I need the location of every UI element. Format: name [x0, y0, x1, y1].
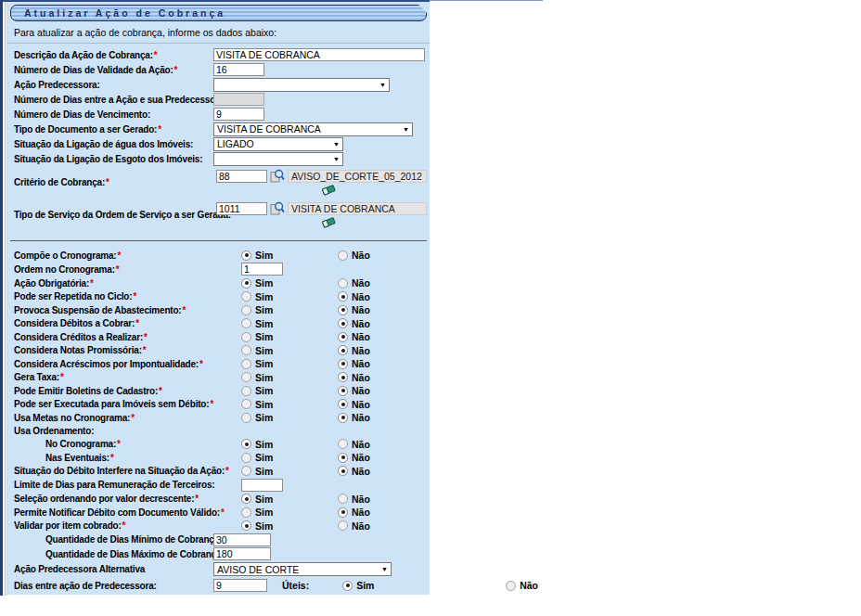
acao-predecessora-select[interactable]: ▼: [213, 78, 390, 92]
field-row-situacao-debito-interfere: Situação do Débito Interfere na Situação…: [7, 465, 430, 479]
situacao-debito-interfere-radio-no[interactable]: Não: [338, 466, 370, 477]
provoca-suspensao-label: Provoca Suspensão de Abastecimento:*: [14, 305, 213, 315]
radio-selected-icon[interactable]: [338, 359, 348, 369]
pode-repetida-ciclo-radio-yes[interactable]: Sim: [241, 291, 338, 302]
radio-unselected-icon[interactable]: [241, 453, 251, 463]
selecao-valor-decrescente-radio-yes[interactable]: Sim: [241, 494, 338, 505]
criterio-cobranca-code-input[interactable]: [216, 170, 267, 183]
validar-item-cobrado-radio-no[interactable]: Não: [338, 520, 370, 532]
provoca-suspensao-radio-yes[interactable]: Sim: [241, 304, 338, 315]
ordenamento-nas-eventuais-radio-yes[interactable]: Sim: [241, 452, 338, 463]
acao-predecessora-alternativa-select[interactable]: AVISO DE CORTE▼: [213, 562, 392, 576]
dias-validade-input[interactable]: [213, 63, 264, 76]
pode-executada-sem-debito-radio-yes[interactable]: Sim: [241, 399, 338, 410]
dias-entre-acao-predecessora-uteis-radio-yes[interactable]: Sim: [342, 580, 439, 591]
dias-entre-acao-predecessora-uteis-radio-no[interactable]: Não: [506, 580, 538, 591]
acao-obrigatoria-radio-yes[interactable]: Sim: [241, 277, 338, 289]
qtd-dias-maximo-input[interactable]: [213, 547, 271, 560]
considera-notas-radio-no[interactable]: Não: [338, 345, 370, 356]
dias-entre-predecessora-input: [213, 93, 264, 106]
radio-unselected-icon[interactable]: [338, 494, 348, 504]
radio-unselected-icon[interactable]: [241, 507, 251, 518]
radio-unselected-icon[interactable]: [241, 291, 251, 302]
radio-unselected-icon[interactable]: [338, 250, 348, 261]
considera-creditos-radio-no[interactable]: Não: [338, 331, 370, 342]
tipo-documento-select[interactable]: VISITA DE COBRANCA▼: [213, 122, 413, 136]
pode-executada-sem-debito-radio-no[interactable]: Não: [338, 399, 370, 410]
radio-unselected-icon[interactable]: [241, 332, 251, 342]
selecao-valor-decrescente-radio-no[interactable]: Não: [338, 494, 370, 505]
usa-metas-cronograma-radio-yes[interactable]: Sim: [241, 412, 338, 423]
radio-unselected-icon[interactable]: [241, 466, 251, 476]
considera-debitos-radio-no[interactable]: Não: [338, 318, 370, 329]
ordem-cronograma-input[interactable]: [241, 263, 283, 276]
field-row-provoca-suspensao: Provoca Suspensão de Abastecimento:*SimN…: [7, 303, 430, 317]
radio-unselected-icon[interactable]: [241, 413, 251, 423]
gera-taxa-radio-no[interactable]: Não: [338, 372, 370, 383]
permite-notificar-debito-radio-yes[interactable]: Sim: [241, 507, 338, 518]
radio-selected-icon[interactable]: [241, 439, 251, 449]
radio-unselected-icon[interactable]: [241, 318, 251, 328]
permite-notificar-debito-radio-no[interactable]: Não: [338, 507, 370, 518]
radio-selected-icon[interactable]: [338, 345, 348, 355]
dias-vencimento-input[interactable]: [213, 108, 264, 121]
radio-unselected-icon[interactable]: [241, 386, 251, 396]
erase-icon[interactable]: [322, 216, 336, 228]
radio-selected-icon[interactable]: [338, 507, 348, 518]
search-icon[interactable]: [270, 169, 285, 183]
radio-unselected-icon[interactable]: [338, 439, 348, 449]
considera-notas-radio-yes[interactable]: Sim: [241, 345, 338, 356]
radio-unselected-icon[interactable]: [241, 359, 251, 369]
search-icon[interactable]: [270, 201, 285, 215]
usa-metas-cronograma-radio-no[interactable]: Não: [338, 412, 370, 423]
radio-selected-icon[interactable]: [338, 466, 348, 476]
gera-taxa-radio-yes[interactable]: Sim: [241, 372, 338, 383]
radio-unselected-icon[interactable]: [338, 278, 348, 289]
radio-selected-icon[interactable]: [338, 413, 348, 423]
required-asterisk: *: [133, 291, 136, 302]
considera-debitos-radio-yes[interactable]: Sim: [241, 318, 338, 329]
radio-selected-icon[interactable]: [241, 278, 251, 289]
radio-selected-icon[interactable]: [338, 318, 348, 328]
situacao-debito-interfere-radio-yes[interactable]: Sim: [241, 466, 338, 477]
radio-selected-icon[interactable]: [342, 581, 353, 591]
considera-acrescimos-radio-no[interactable]: Não: [338, 358, 370, 369]
considera-creditos-radio-yes[interactable]: Sim: [241, 331, 338, 342]
radio-unselected-icon[interactable]: [241, 305, 251, 315]
considera-acrescimos-radio-yes[interactable]: Sim: [241, 358, 338, 369]
radio-unselected-icon[interactable]: [241, 345, 251, 355]
radio-selected-icon[interactable]: [338, 372, 348, 382]
radio-unselected-icon[interactable]: [338, 520, 348, 531]
radio-selected-icon[interactable]: [241, 494, 251, 504]
situacao-agua-select[interactable]: LIGADO▼: [213, 137, 343, 151]
pode-emitir-boletins-radio-yes[interactable]: Sim: [241, 385, 338, 396]
limite-dias-terceiros-input[interactable]: [241, 479, 283, 492]
radio-selected-icon[interactable]: [338, 305, 348, 315]
compoe-cronograma-radio-no[interactable]: Não: [338, 250, 370, 261]
provoca-suspensao-radio-no[interactable]: Não: [338, 304, 370, 315]
pode-repetida-ciclo-radio-no[interactable]: Não: [338, 291, 370, 302]
radio-unselected-icon[interactable]: [506, 581, 516, 591]
radio-selected-icon[interactable]: [241, 520, 251, 531]
radio-selected-icon[interactable]: [338, 332, 348, 342]
qtd-dias-minimo-input[interactable]: [213, 533, 271, 546]
validar-item-cobrado-radio-yes[interactable]: Sim: [241, 520, 338, 532]
erase-icon[interactable]: [322, 184, 336, 196]
descricao-acao-input[interactable]: [213, 48, 425, 61]
radio-selected-icon[interactable]: [338, 453, 348, 463]
ordenamento-no-cronograma-radio-yes[interactable]: Sim: [241, 439, 338, 450]
radio-unselected-icon[interactable]: [241, 372, 251, 382]
compoe-cronograma-radio-yes[interactable]: Sim: [241, 250, 338, 261]
radio-selected-icon[interactable]: [338, 386, 348, 396]
tipo-servico-os-code-input[interactable]: [216, 202, 267, 215]
radio-selected-icon[interactable]: [338, 399, 348, 409]
situacao-esgoto-select[interactable]: ▼: [213, 152, 343, 166]
radio-unselected-icon[interactable]: [241, 399, 251, 409]
radio-selected-icon[interactable]: [338, 291, 348, 302]
acao-obrigatoria-radio-no[interactable]: Não: [338, 277, 370, 289]
pode-emitir-boletins-radio-no[interactable]: Não: [338, 385, 370, 396]
dias-entre-acao-predecessora-input[interactable]: [213, 579, 267, 592]
ordenamento-nas-eventuais-radio-no[interactable]: Não: [338, 452, 370, 463]
ordenamento-no-cronograma-radio-no[interactable]: Não: [338, 439, 370, 450]
radio-selected-icon[interactable]: [241, 250, 251, 261]
